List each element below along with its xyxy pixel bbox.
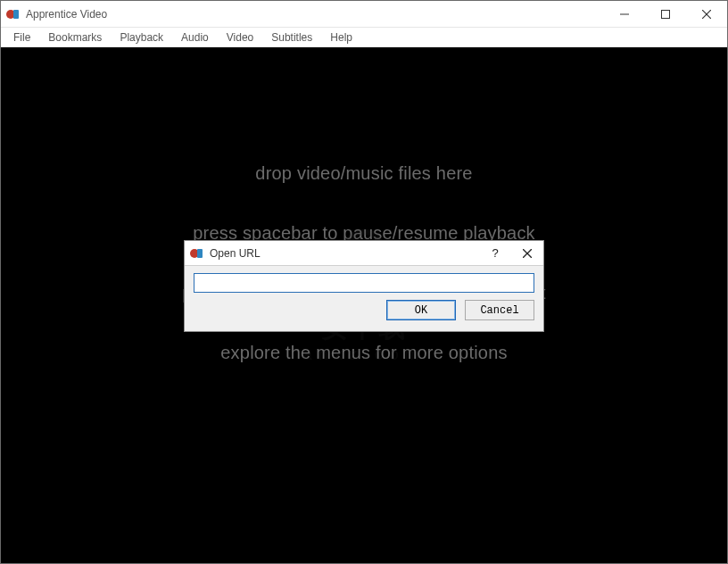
dialog-body: OK Cancel xyxy=(185,266,543,331)
menu-help[interactable]: Help xyxy=(321,29,361,46)
minimize-button[interactable] xyxy=(604,1,645,27)
help-icon: ? xyxy=(492,246,498,260)
close-button[interactable] xyxy=(686,1,727,27)
menu-video[interactable]: Video xyxy=(218,29,262,46)
url-input[interactable] xyxy=(194,273,534,293)
dialog-titlebar: Open URL ? xyxy=(185,241,543,266)
cancel-button[interactable]: Cancel xyxy=(465,300,534,320)
menu-audio[interactable]: Audio xyxy=(172,29,218,46)
svg-rect-3 xyxy=(662,10,670,18)
menu-file[interactable]: File xyxy=(4,29,39,46)
maximize-button[interactable] xyxy=(645,1,686,27)
menu-subtitles[interactable]: Subtitles xyxy=(262,29,321,46)
hint-menus: explore the menus for more options xyxy=(220,343,507,363)
svg-rect-1 xyxy=(13,10,19,19)
window-title: Apprentice Video xyxy=(26,8,107,21)
open-url-dialog: Open URL ? OK Cancel xyxy=(184,240,544,332)
dialog-app-icon xyxy=(190,246,204,261)
menubar: File Bookmarks Playback Audio Video Subt… xyxy=(1,28,727,47)
menu-bookmarks[interactable]: Bookmarks xyxy=(39,29,111,46)
dialog-help-button[interactable]: ? xyxy=(479,241,511,265)
svg-rect-8 xyxy=(197,249,203,258)
app-icon xyxy=(6,7,21,21)
cancel-button-label: Cancel xyxy=(480,304,518,317)
titlebar: Apprentice Video xyxy=(1,1,727,28)
ok-button-label: OK xyxy=(415,304,427,317)
dialog-buttons: OK Cancel xyxy=(194,300,534,320)
dialog-close-button[interactable] xyxy=(511,241,543,265)
dialog-title: Open URL xyxy=(210,247,261,260)
ok-button[interactable]: OK xyxy=(386,300,456,320)
menu-playback[interactable]: Playback xyxy=(111,29,172,46)
window-controls xyxy=(604,1,727,27)
hint-drop: drop video/music files here xyxy=(255,163,472,184)
